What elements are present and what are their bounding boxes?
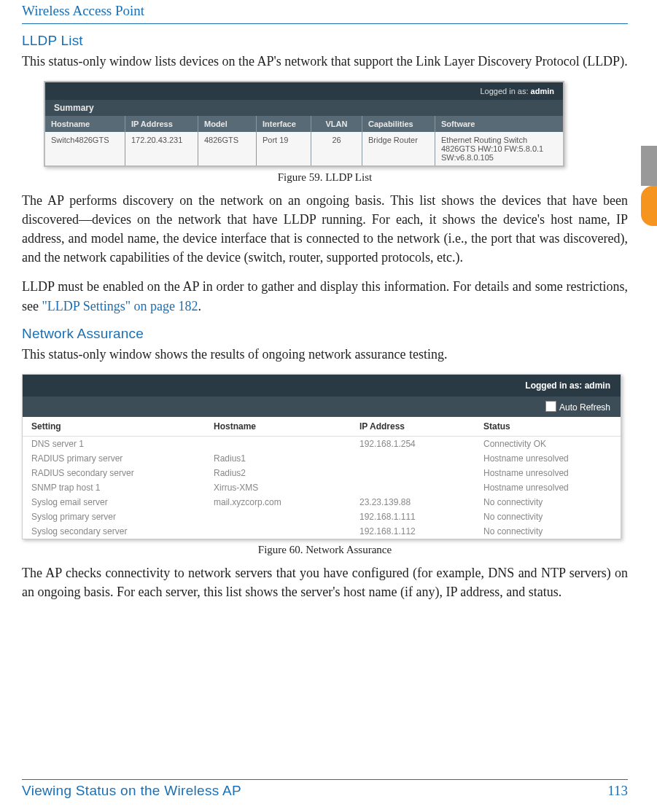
cell-ip: 192.168.1.111 [359, 512, 483, 522]
section-heading-lldp: LLDP List [22, 33, 628, 49]
cell-cap: Bridge Router [362, 132, 435, 165]
tab-gray [641, 146, 657, 186]
cell-hostname [214, 526, 359, 536]
col-ip: IP Address [125, 116, 198, 132]
cell-hostname: Switch4826GTS [45, 132, 125, 165]
auto-refresh-label: Auto Refresh [559, 402, 610, 413]
figure-59-screenshot: Logged in as: admin Summary Hostname IP … [44, 81, 564, 167]
cell-ip: 192.168.1.112 [359, 526, 483, 536]
cell-vlan: 26 [311, 132, 362, 165]
col-ip: IP Address [359, 421, 483, 432]
table-header-row: Hostname IP Address Model Interface VLAN… [45, 116, 563, 132]
col-capabilities: Capabilities [362, 116, 435, 132]
col-model: Model [198, 116, 257, 132]
cell-sw: Ethernet Routing Switch 4826GTS HW:10 FW… [435, 132, 563, 165]
cell-hostname [214, 439, 359, 449]
cell-hostname: Radius2 [214, 468, 359, 478]
cell-status: No connectivity [483, 497, 612, 507]
table-row: RADIUS primary serverRadius1Hostname unr… [23, 451, 621, 466]
footer-rule [22, 779, 628, 780]
paragraph: LLDP must be enabled on the AP in order … [22, 277, 628, 315]
table-row: Syslog email servermail.xyzcorp.com23.23… [23, 495, 621, 510]
table-row: Syslog primary server192.168.1.111No con… [23, 510, 621, 524]
cell-setting: DNS server 1 [31, 439, 214, 449]
cell-ip [359, 453, 483, 464]
col-hostname: Hostname [45, 116, 125, 132]
cell-status: Connectivity OK [483, 439, 612, 449]
cell-hostname [214, 512, 359, 522]
cell-setting: SNMP trap host 1 [31, 483, 214, 493]
cell-hostname: Radius1 [214, 453, 359, 464]
paragraph: This status-only window shows the result… [22, 345, 628, 364]
cell-setting: RADIUS primary server [31, 453, 214, 464]
section-heading-na: Network Assurance [22, 326, 628, 342]
auto-refresh-checkbox[interactable] [545, 401, 556, 412]
paragraph: This status-only window lists devices on… [22, 52, 628, 71]
col-status: Status [483, 421, 612, 432]
table-row: Switch4826GTS 172.20.43.231 4826GTS Port… [45, 132, 563, 165]
figure-caption: Figure 60. Network Assurance [22, 544, 628, 556]
logged-in-user: admin [531, 87, 554, 95]
table-row: DNS server 1192.168.1.254Connectivity OK [23, 437, 621, 451]
cell-status: Hostname unresolved [483, 468, 612, 478]
login-status-bar: Logged in as: admin [23, 375, 621, 397]
cell-setting: RADIUS secondary server [31, 468, 214, 478]
header-rule [22, 23, 628, 24]
logged-in-label: Logged in as: [480, 87, 528, 95]
cross-ref-link[interactable]: "LLDP Settings" on page 182 [42, 299, 198, 313]
table-row: Syslog secondary server192.168.1.112No c… [23, 524, 621, 539]
paragraph: The AP performs discovery on the network… [22, 191, 628, 267]
tab-orange [641, 186, 657, 226]
cell-setting: Syslog primary server [31, 512, 214, 522]
col-setting: Setting [31, 421, 214, 432]
cell-setting: Syslog secondary server [31, 526, 214, 536]
cell-hostname: mail.xyzcorp.com [214, 497, 359, 507]
table-row: RADIUS secondary serverRadius2Hostname u… [23, 466, 621, 480]
table-header-row: Setting Hostname IP Address Status [23, 417, 621, 437]
running-header: Wireless Access Point [22, 0, 628, 23]
paragraph-part: . [198, 299, 202, 313]
page-footer: Viewing Status on the Wireless AP 113 [22, 779, 628, 799]
col-software: Software [435, 116, 563, 132]
cell-status: Hostname unresolved [483, 453, 612, 464]
cell-status: Hostname unresolved [483, 483, 612, 493]
col-vlan: VLAN [311, 116, 362, 132]
cell-setting: Syslog email server [31, 497, 214, 507]
cell-iface: Port 19 [257, 132, 311, 165]
cell-hostname: Xirrus-XMS [214, 483, 359, 493]
paragraph: The AP checks connectivity to network se… [22, 563, 628, 601]
cell-ip: 23.23.139.88 [359, 497, 483, 507]
figure-caption: Figure 59. LLDP List [22, 171, 628, 184]
page-tab-marker [641, 146, 657, 226]
login-status-bar: Logged in as: admin [45, 82, 563, 100]
table-row: SNMP trap host 1Xirrus-XMSHostname unres… [23, 480, 621, 495]
col-interface: Interface [257, 116, 311, 132]
cell-model: 4826GTS [198, 132, 257, 165]
cell-ip: 192.168.1.254 [359, 439, 483, 449]
cell-ip: 172.20.43.231 [125, 132, 198, 165]
toolbar: Auto Refresh [23, 397, 621, 417]
page-number: 113 [607, 783, 628, 799]
cell-status: No connectivity [483, 512, 612, 522]
footer-section-title: Viewing Status on the Wireless AP [22, 783, 241, 799]
figure-60-screenshot: Logged in as: admin Auto Refresh Setting… [22, 374, 621, 539]
col-hostname: Hostname [214, 421, 359, 432]
cell-ip [359, 468, 483, 478]
summary-header: Summary [45, 100, 563, 116]
cell-ip [359, 483, 483, 493]
cell-status: No connectivity [483, 526, 612, 536]
